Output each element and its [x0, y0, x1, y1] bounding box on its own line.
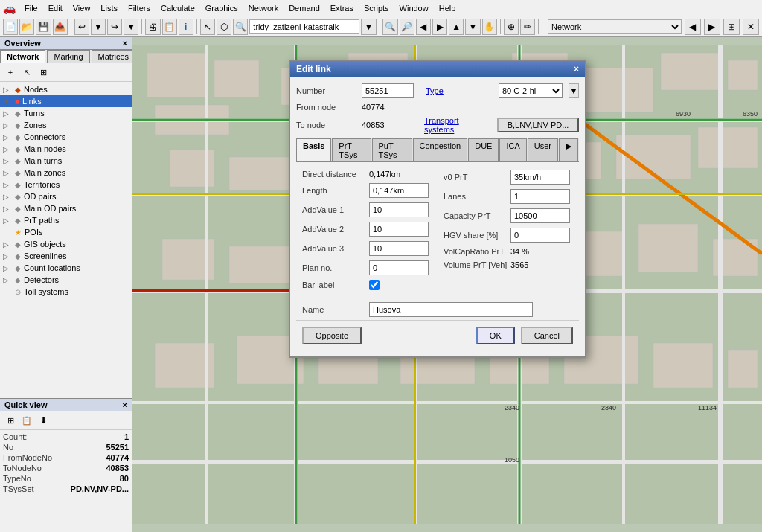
- pan-left-btn[interactable]: ◀: [416, 19, 431, 35]
- type-dropdown[interactable]: 80 C-2-hl: [499, 83, 563, 98]
- pan-up-btn[interactable]: ▲: [449, 19, 464, 35]
- tree-countlocations[interactable]: ▷ ◆ Count locations: [0, 262, 132, 274]
- tab-matrices[interactable]: Matrices: [92, 50, 136, 63]
- add-tool[interactable]: +: [3, 65, 18, 80]
- tree-detectors[interactable]: ▷ ◆ Detectors: [0, 274, 132, 286]
- tree-nodes[interactable]: ▷ ◆ Nodes: [0, 83, 132, 95]
- redo-btn[interactable]: ↪: [107, 19, 122, 35]
- menu-view[interactable]: View: [68, 2, 95, 14]
- qv-tool1[interactable]: ⊞: [3, 413, 18, 428]
- length-input[interactable]: [369, 183, 429, 198]
- menu-lists[interactable]: Lists: [96, 2, 122, 14]
- network-dropdown[interactable]: Network: [548, 19, 682, 34]
- tab-due[interactable]: DUE: [468, 138, 499, 161]
- number-input[interactable]: [362, 83, 414, 98]
- menu-demand[interactable]: Demand: [284, 2, 324, 14]
- tree-pois[interactable]: ★ POIs: [0, 226, 132, 238]
- menu-scripts[interactable]: Scripts: [359, 2, 394, 14]
- dropdown-btn[interactable]: ▼: [361, 19, 376, 35]
- quickview-close-btn[interactable]: ×: [123, 400, 127, 409]
- grid-tool[interactable]: ⊞: [36, 65, 51, 80]
- tab-basis[interactable]: Basis: [296, 138, 331, 161]
- undo-dropdown[interactable]: ▼: [91, 19, 106, 35]
- tree-gisobjects[interactable]: ▷ ◆ GIS objects: [0, 238, 132, 250]
- menu-graphics[interactable]: Graphics: [201, 2, 243, 14]
- network-btn2[interactable]: ▶: [704, 19, 720, 35]
- menu-edit[interactable]: Edit: [44, 2, 67, 14]
- export-btn[interactable]: 📤: [53, 19, 68, 35]
- tool2-btn[interactable]: ✏: [520, 19, 535, 35]
- qv-tool3[interactable]: ⬇: [36, 413, 51, 428]
- menu-extras[interactable]: Extras: [326, 2, 358, 14]
- name-input[interactable]: [369, 302, 533, 317]
- transport-label[interactable]: Transport systems: [424, 116, 491, 134]
- tree-mainzones[interactable]: ▷ ◆ Main zones: [0, 167, 132, 179]
- ok-button[interactable]: OK: [476, 327, 515, 344]
- tool1-btn[interactable]: ⊕: [504, 19, 519, 35]
- pan-down-btn[interactable]: ▼: [465, 19, 480, 35]
- select-btn[interactable]: ↖: [200, 19, 215, 35]
- tab-prt-tsys[interactable]: PrT TSys: [332, 138, 371, 161]
- opposite-button[interactable]: Opposite: [302, 327, 362, 344]
- tree-zones[interactable]: ▷ ◆ Zones: [0, 119, 132, 131]
- save-btn[interactable]: 💾: [36, 19, 51, 35]
- open-btn[interactable]: 📂: [19, 19, 34, 35]
- barlabel-checkbox[interactable]: [369, 280, 380, 290]
- redo-dropdown[interactable]: ▼: [124, 19, 138, 35]
- addvalue3-input[interactable]: [369, 241, 429, 256]
- tree-mainodpairs[interactable]: ▷ ◆ Main OD pairs: [0, 202, 132, 214]
- tab-network[interactable]: Network: [0, 50, 45, 63]
- polygon-btn[interactable]: ⬡: [217, 19, 231, 35]
- overview-close-btn[interactable]: ×: [123, 39, 127, 48]
- tab-marking[interactable]: Marking: [47, 50, 89, 63]
- tree-connectors[interactable]: ▷ ◆ Connectors: [0, 131, 132, 143]
- network-btn4[interactable]: ✕: [743, 19, 759, 35]
- network-btn3[interactable]: ⊞: [723, 19, 740, 35]
- menu-filters[interactable]: Filters: [124, 2, 155, 14]
- addvalue2-input[interactable]: [369, 222, 429, 237]
- undo-btn[interactable]: ↩: [74, 19, 89, 35]
- menu-help[interactable]: Help: [435, 2, 461, 14]
- tree-screenlines[interactable]: ▷ ◆ Screenlines: [0, 250, 132, 262]
- lanes-input[interactable]: [510, 189, 570, 204]
- tab-put-tsys[interactable]: PuT TSys: [372, 138, 412, 161]
- tab-more[interactable]: ▶: [559, 138, 578, 161]
- tree-territories[interactable]: ▷ ◆ Territories: [0, 179, 132, 190]
- tree-turns[interactable]: ▷ ◆ Turns: [0, 107, 132, 119]
- tree-tollsystems[interactable]: ⊙ Toll systems: [0, 286, 132, 298]
- hand-btn[interactable]: ✋: [482, 19, 497, 35]
- pan-right-btn[interactable]: ▶: [432, 19, 447, 35]
- addvalue1-input[interactable]: [369, 202, 429, 217]
- cancel-button[interactable]: Cancel: [521, 327, 573, 344]
- network-btn1[interactable]: ◀: [685, 19, 701, 35]
- tab-congestion[interactable]: Congestion: [413, 138, 468, 161]
- menu-network[interactable]: Network: [244, 2, 283, 14]
- zoom-in2-btn[interactable]: 🔍: [382, 19, 397, 35]
- new-btn[interactable]: 📄: [3, 19, 18, 35]
- cursor-tool[interactable]: ↖: [19, 65, 34, 80]
- hgvshare-input[interactable]: [510, 228, 570, 243]
- filename-input[interactable]: [249, 19, 359, 34]
- planno-input[interactable]: [369, 260, 429, 275]
- print-btn[interactable]: 🖨: [145, 19, 160, 35]
- qv-tool2[interactable]: 📋: [19, 413, 34, 428]
- tree-mainturns[interactable]: ▷ ◆ Main turns: [0, 155, 132, 167]
- v0prt-input[interactable]: [510, 170, 570, 185]
- zoom-in-btn[interactable]: 🔍: [233, 19, 248, 35]
- menu-calculate[interactable]: Calculate: [156, 2, 199, 14]
- dialog-close-btn[interactable]: ×: [574, 64, 579, 74]
- zoom-out-btn[interactable]: 🔎: [400, 19, 414, 35]
- tree-prtpaths[interactable]: ▷ ◆ PrT paths: [0, 214, 132, 226]
- tree-mainnodes[interactable]: ▷ ◆ Main nodes: [0, 143, 132, 155]
- tree-links[interactable]: ▼ ■ Links: [0, 95, 132, 107]
- transport-btn[interactable]: B,LNV,LNV-PD...: [497, 118, 579, 132]
- type-dropdown-btn[interactable]: ▼: [569, 83, 579, 98]
- tree-odpairs[interactable]: ▷ ◆ OD pairs: [0, 190, 132, 202]
- tab-ica[interactable]: ICA: [499, 138, 526, 161]
- menu-file[interactable]: File: [20, 2, 42, 14]
- print2-btn[interactable]: 📋: [162, 19, 177, 35]
- map-area[interactable]: 6930 6350 2340 1050 2340 11134 Edit link…: [132, 37, 762, 532]
- menu-window[interactable]: Window: [395, 2, 433, 14]
- tab-user[interactable]: User: [528, 138, 558, 161]
- capacityprt-input[interactable]: [510, 208, 570, 223]
